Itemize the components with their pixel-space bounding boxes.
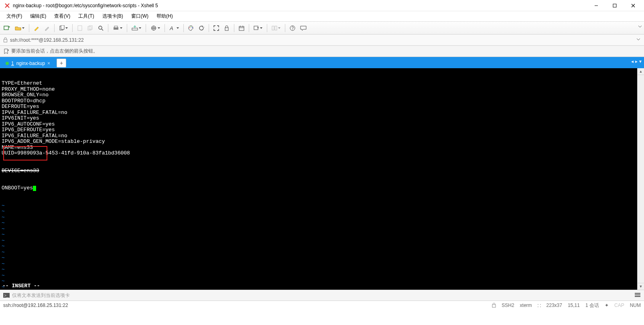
new-window-button[interactable] xyxy=(252,23,264,33)
strike-line: DEVICE=ens33 xyxy=(2,168,39,174)
tab-close-button[interactable]: × xyxy=(47,61,50,66)
status-cap: CAP xyxy=(614,303,624,308)
svg-rect-21 xyxy=(239,26,244,30)
menu-file[interactable]: 文件(F) xyxy=(2,11,26,21)
menu-view[interactable]: 查看(V) xyxy=(50,11,74,21)
terminal-line: IPV6_FAILURE_FATAL=no xyxy=(2,133,636,139)
tilde-line: ~ xyxy=(2,278,636,284)
edit-button[interactable] xyxy=(42,23,52,33)
vim-mode: -- INSERT -- xyxy=(2,283,40,289)
help-button[interactable]: ? xyxy=(288,23,297,33)
terminal-line: BROWSER_ONLY=no xyxy=(2,92,636,98)
tilde-line: ~ xyxy=(2,261,636,267)
menu-window[interactable]: 窗口(W) xyxy=(127,11,152,21)
menu-edit[interactable]: 编辑(E) xyxy=(26,11,50,21)
toolbar-separator xyxy=(285,24,285,32)
command-input-placeholder[interactable]: 仅将文本发送到当前选项卡 xyxy=(12,292,70,299)
scrollbar[interactable]: ▲ ▼ xyxy=(637,68,644,290)
terminal-line: IPV6_ADDR_GEN_MODE=stable-privacy xyxy=(2,139,636,145)
terminal[interactable]: TYPE=EthernetPROXY_METHOD=noneBROWSER_ON… xyxy=(0,68,637,290)
close-button[interactable] xyxy=(624,0,642,11)
status-left: ssh://root@192.168.25.131:22 xyxy=(3,303,486,308)
highlight-button[interactable] xyxy=(32,23,41,33)
menu-tabs[interactable]: 选项卡(B) xyxy=(98,11,127,21)
scroll-track[interactable] xyxy=(638,75,644,283)
scroll-down-icon[interactable]: ▼ xyxy=(638,283,644,290)
tab-next-icon[interactable]: ▸ xyxy=(635,59,638,64)
fullscreen-button[interactable] xyxy=(211,23,221,33)
paste-button[interactable] xyxy=(75,23,85,33)
scroll-up-icon[interactable]: ▲ xyxy=(638,68,644,75)
svg-rect-14 xyxy=(132,28,138,30)
tilde-line: ~ xyxy=(2,273,636,279)
new-session-button[interactable] xyxy=(2,23,12,33)
add-tab-button[interactable]: + xyxy=(57,59,66,67)
app-icon xyxy=(4,2,10,9)
tilde-line: ~ xyxy=(2,203,636,209)
terminal-line: PROXY_METHOD=none xyxy=(2,87,636,93)
font-button[interactable]: A xyxy=(167,23,181,33)
status-sep-icon: ✦ xyxy=(605,303,609,308)
command-input-bar: >_ 仅将文本发送到当前选项卡 xyxy=(0,290,644,301)
minimize-button[interactable] xyxy=(587,0,605,11)
toolbar-separator xyxy=(234,24,234,32)
toolbar-separator xyxy=(249,24,249,32)
maximize-button[interactable] xyxy=(605,0,624,11)
status-size-icon: ⸬ xyxy=(538,303,541,308)
copy2-button[interactable] xyxy=(85,23,95,33)
toolbar-separator xyxy=(127,24,127,32)
tab-nav: ◂ ▸ ▾ xyxy=(631,59,642,64)
svg-text:A: A xyxy=(169,25,173,31)
status-ssh: SSH2 xyxy=(502,303,514,308)
cursor xyxy=(33,186,36,191)
menu-tools[interactable]: 工具(T) xyxy=(74,11,98,21)
hint-bar: 要添加当前会话，点击左侧的箭头按钮。 xyxy=(0,46,644,57)
terminal-wrap: TYPE=EthernetPROXY_METHOD=noneBROWSER_ON… xyxy=(0,68,644,290)
svg-rect-29 xyxy=(275,26,277,30)
toolbar-separator xyxy=(54,24,55,32)
status-num: NUM xyxy=(630,303,641,308)
menu-icon[interactable] xyxy=(634,292,641,298)
chat-button[interactable] xyxy=(298,23,309,33)
bookmark-icon[interactable] xyxy=(3,49,9,54)
session-tab[interactable]: 1 nginx-backup × xyxy=(2,58,54,68)
tab-list-icon[interactable]: ▾ xyxy=(639,59,642,64)
color-scheme-button[interactable] xyxy=(186,23,196,33)
address-text[interactable]: ssh://root:****@192.168.25.131:22 xyxy=(10,37,641,43)
hint-text: 要添加当前会话，点击左侧的箭头按钮。 xyxy=(11,48,98,55)
lock-icon xyxy=(3,37,8,43)
tab-label: nginx-backup xyxy=(16,61,45,66)
terminal-line: IPV6_AUTOCONF=yes xyxy=(2,122,636,128)
open-session-button[interactable] xyxy=(13,23,26,33)
terminal-line: NAME=ens33 xyxy=(2,145,636,151)
svg-rect-6 xyxy=(61,25,64,29)
svg-rect-20 xyxy=(225,28,228,30)
menu-help[interactable]: 帮助(H) xyxy=(152,11,177,21)
terminal-line: TYPE=Ethernet xyxy=(2,81,636,87)
lock-button[interactable] xyxy=(222,23,232,33)
onboot-line: ONBOOT=yes xyxy=(2,185,33,191)
toolbar-separator xyxy=(29,24,29,32)
calendar-button[interactable] xyxy=(237,23,246,33)
print-button[interactable] xyxy=(111,23,124,33)
svg-rect-32 xyxy=(4,39,7,42)
tilde-line: ~ xyxy=(2,250,636,256)
toolbar-overflow[interactable] xyxy=(638,25,642,28)
window-title: nginx-backup - root@bogon:/etc/sysconfig… xyxy=(13,3,587,8)
encoding-button[interactable] xyxy=(148,23,162,33)
copy-button[interactable] xyxy=(57,23,70,33)
address-dropdown[interactable] xyxy=(637,38,640,41)
toolbar-separator xyxy=(165,24,165,32)
find-button[interactable] xyxy=(96,23,106,33)
transfer-button[interactable] xyxy=(130,23,143,33)
tilde-line: ~ xyxy=(2,238,636,244)
svg-rect-38 xyxy=(492,305,496,307)
toolbar-separator xyxy=(183,24,184,32)
layout-button[interactable] xyxy=(270,23,282,33)
tilde-line: ~ xyxy=(2,215,636,221)
tab-prev-icon[interactable]: ◂ xyxy=(631,59,634,64)
svg-text:?: ? xyxy=(292,26,294,30)
tab-strip: 1 nginx-backup × + ◂ ▸ ▾ xyxy=(0,57,644,68)
refresh-button[interactable] xyxy=(197,23,206,33)
tilde-line: ~ xyxy=(2,244,636,250)
